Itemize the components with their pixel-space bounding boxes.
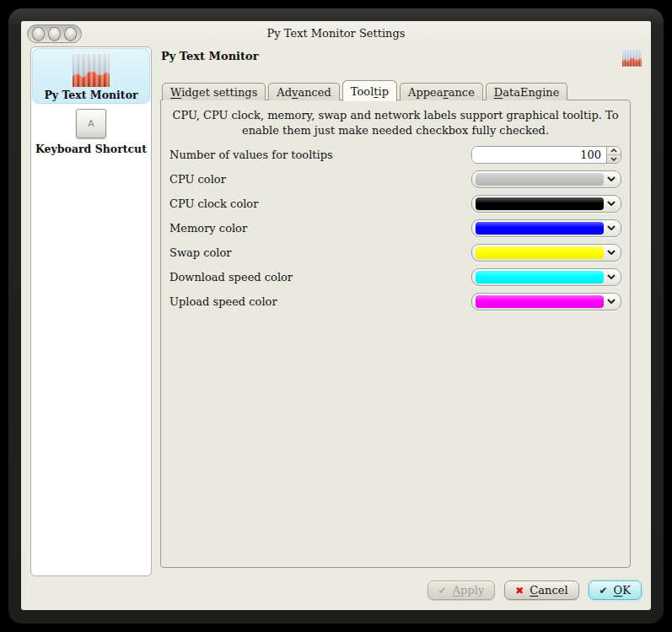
tab-advanced[interactable]: Advanced [268,83,340,100]
checkmark-icon: ✔ [438,585,447,597]
tooltip-tab-panel: CPU, CPU clock, memory, swap and network… [160,100,631,568]
cancel-button[interactable]: ✖ Cancel [504,581,578,600]
tooltip-values-spinbox[interactable]: 100 [471,146,621,164]
spinbox-buttons [606,147,621,163]
memory-color-dropdown[interactable] [471,219,621,237]
download-speed-color-dropdown[interactable] [471,268,621,286]
form-row-label: Upload speed color [169,295,277,308]
ok-button[interactable]: ✔ OK [589,581,642,600]
color-swatch [476,197,604,210]
tab-tooltip[interactable]: Tooltip [342,80,397,101]
cpu-color-dropdown[interactable] [471,170,621,188]
form-row: Memory color [169,219,621,236]
swap-color-dropdown[interactable] [471,244,621,262]
chevron-down-icon [604,299,618,304]
form-row-label: Memory color [169,222,247,235]
form-row: Download speed color [169,268,621,285]
chevron-down-icon [604,176,618,181]
chevron-down-icon [604,225,618,230]
color-swatch [476,246,604,259]
chevron-down-icon [604,274,618,279]
color-swatch [476,295,604,308]
cancel-x-icon: ✖ [515,585,524,597]
keyboard-key-letter: A [88,118,94,129]
color-swatch [476,222,604,235]
form-row: Upload speed color [169,293,621,310]
sidebar-item-py-text-monitor[interactable]: Py Text Monitor [32,48,150,104]
page-title: Py Text Monitor [161,50,259,62]
apply-button[interactable]: ✔ Apply [427,581,496,600]
form-row-label: Download speed color [169,271,293,284]
titlebar: Py Text Monitor Settings [21,21,651,45]
form-row: Number of values for tooltips 100 [169,146,621,163]
form-row-label: Swap color [169,246,232,259]
tab-appearance[interactable]: Appearance [400,83,483,100]
window-title: Py Text Monitor Settings [21,21,651,45]
py-text-monitor-icon [73,51,110,87]
form-row-label: CPU color [169,173,226,186]
tab-bar: Widget settings Advanced Tooltip Appeara… [162,79,567,100]
window-frame: Py Text Monitor Settings [8,8,664,624]
spinbox-value[interactable]: 100 [472,147,606,163]
tab-dataengine[interactable]: DataEngine [486,83,568,100]
form-row-label: CPU clock color [169,197,258,210]
spin-up-button[interactable] [607,147,621,155]
settings-window: Py Text Monitor Settings [21,21,651,610]
tab-description: CPU, CPU clock, memory, swap and network… [171,108,620,138]
screen: Py Text Monitor Settings [0,0,672,632]
sidebar-item-keyboard-shortcut[interactable]: A Keyboard Shortcut [32,104,150,158]
sidebar-item-label: Py Text Monitor [44,89,137,101]
sidebar-item-label: Keyboard Shortcut [35,143,147,155]
chevron-down-icon [610,157,617,161]
form-row-label: Number of values for tooltips [169,149,333,161]
form-row: CPU color [169,170,621,187]
tab-widget-settings[interactable]: Widget settings [162,83,266,100]
color-swatch [476,271,604,284]
sidebar: Py Text Monitor A Keyboard Shortcut [30,46,152,576]
cpu-clock-color-dropdown[interactable] [471,195,621,213]
py-text-monitor-icon [622,47,642,67]
chevron-down-icon [604,201,618,206]
form-row: CPU clock color [169,195,621,212]
dialog-buttons: ✔ Apply ✖ Cancel ✔ OK [427,581,642,600]
chevron-up-icon [610,149,617,153]
checkmark-icon: ✔ [599,585,608,597]
form-row: Swap color [169,244,621,261]
color-swatch [476,173,604,186]
chevron-down-icon [604,250,618,255]
spin-down-button[interactable] [607,155,621,163]
keyboard-key-icon: A [76,109,106,138]
upload-speed-color-dropdown[interactable] [471,293,621,311]
